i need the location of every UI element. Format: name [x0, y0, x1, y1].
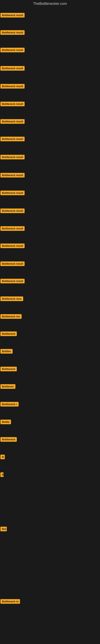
bottleneck-item: Bottleneck result	[0, 119, 25, 124]
bottleneck-item: Bottleneck result	[0, 84, 25, 89]
bottleneck-item: Bottleneck result	[0, 30, 25, 36]
bottleneck-badge[interactable]: Bottleneck result	[0, 226, 25, 231]
bottleneck-badge[interactable]: Bottleneck result	[0, 102, 25, 106]
bottleneck-item: Bottleneck result	[0, 155, 25, 160]
bottleneck-badge[interactable]: Bottleneck result	[0, 244, 25, 248]
bottleneck-badge[interactable]: Bottle	[0, 420, 11, 424]
bottleneck-badge[interactable]: Bottleneck result	[0, 66, 25, 71]
bottleneck-item: Bottleneck r	[0, 402, 19, 407]
bottleneck-badge[interactable]: Bottleneck result	[0, 30, 25, 35]
bottleneck-badge[interactable]: Bottleneck result	[0, 262, 25, 266]
bottleneck-item: Bottleneck result	[0, 208, 25, 214]
bottleneck-item: Bottleneck result	[0, 102, 25, 107]
bottleneck-item: Bottleneck result	[0, 190, 25, 196]
bottleneck-item: Bottlen	[0, 349, 13, 354]
bottleneck-badge[interactable]: Bottleneck result	[0, 155, 25, 160]
bottleneck-badge[interactable]: Bottleneck result	[0, 190, 25, 195]
bottleneck-badge[interactable]: Bottleneck	[0, 332, 17, 336]
bottleneck-badge[interactable]: B	[0, 472, 3, 477]
bottleneck-badge[interactable]: Bottleneck res	[0, 314, 22, 319]
bottleneck-badge[interactable]: Bottleneck result	[0, 173, 25, 178]
bottleneck-item: Bottleneck result	[0, 226, 25, 232]
bottleneck-badge[interactable]: Bottleneck result	[0, 208, 25, 213]
bottleneck-badge[interactable]: Bottleneck	[0, 437, 17, 442]
bottleneck-badge[interactable]: Bottleneck result	[0, 137, 25, 141]
bottleneck-item: Bottleneck result	[0, 173, 25, 178]
bottleneck-item: Bottleneck result	[0, 279, 25, 284]
bottleneck-badge[interactable]: Bottleneck resu	[0, 296, 23, 301]
bottleneck-item: Bottlenec	[0, 384, 15, 390]
bottleneck-item: Bottleneck	[0, 332, 17, 337]
bottleneck-item: Bottleneck resu	[0, 296, 23, 302]
bottleneck-item: Bottleneck result	[0, 66, 25, 72]
bottleneck-badge[interactable]: Bottleneck result	[0, 84, 25, 88]
site-title: TheBottlenecker.com	[0, 0, 100, 8]
bottleneck-badge[interactable]: Bottleneck result	[0, 13, 25, 18]
bottleneck-item: Bottleneck result	[0, 48, 25, 53]
bottleneck-badge[interactable]: Bottleneck re	[0, 599, 20, 604]
bottleneck-item: Bottleneck res	[0, 314, 22, 320]
bottleneck-item: Bottleneck result	[0, 137, 25, 142]
bottleneck-badge[interactable]: Bottleneck result	[0, 119, 25, 124]
bottleneck-badge[interactable]: Bottleneck result	[0, 48, 25, 52]
bottleneck-item: B	[0, 454, 5, 460]
bottleneck-badge[interactable]: Bottleneck r	[0, 402, 19, 406]
bottleneck-badge[interactable]: Bot	[0, 527, 7, 531]
bottleneck-item: Bottleneck	[0, 437, 17, 442]
bottleneck-item: Bottleneck result	[0, 244, 25, 249]
bottleneck-item: Bottleneck re	[0, 599, 20, 604]
bottleneck-item: Bottleneck	[0, 367, 17, 372]
bottleneck-item: Bot	[0, 527, 7, 532]
bottleneck-badge[interactable]: Bottlenec	[0, 384, 15, 389]
bottleneck-badge[interactable]: Bottleneck	[0, 367, 17, 371]
bottleneck-item: Bottleneck result	[0, 13, 25, 18]
bottleneck-badge[interactable]: Bottlen	[0, 349, 13, 354]
bottleneck-item: Bottleneck result	[0, 262, 25, 267]
bottleneck-badge[interactable]: B	[0, 454, 5, 459]
bottleneck-badge[interactable]: Bottleneck result	[0, 279, 25, 283]
bottleneck-item: B	[0, 472, 3, 478]
bottleneck-item: Bottle	[0, 420, 11, 425]
